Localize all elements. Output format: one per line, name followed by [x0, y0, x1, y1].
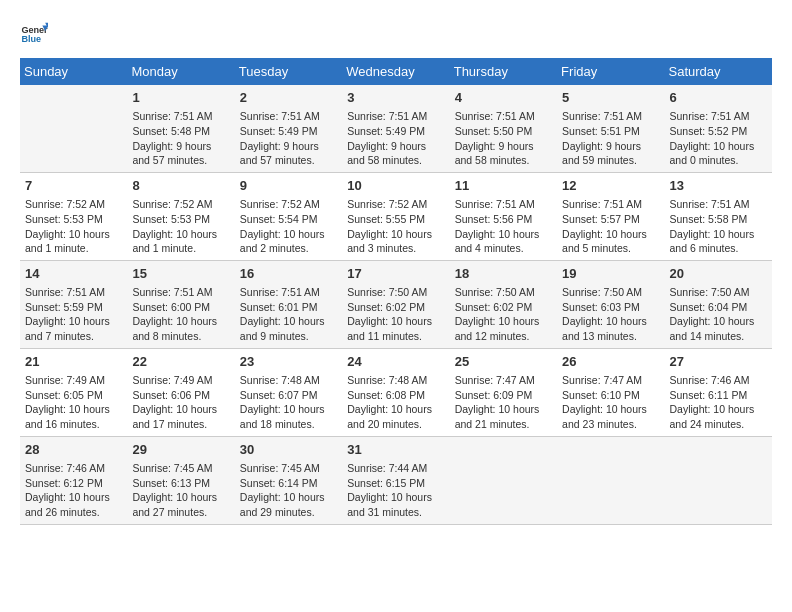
day-info: Sunrise: 7:49 AM Sunset: 6:06 PM Dayligh…: [132, 373, 229, 432]
header-cell-sunday: Sunday: [20, 58, 127, 85]
header-cell-wednesday: Wednesday: [342, 58, 449, 85]
day-cell: 30Sunrise: 7:45 AM Sunset: 6:14 PM Dayli…: [235, 436, 342, 524]
day-number: 25: [455, 353, 552, 371]
header-cell-monday: Monday: [127, 58, 234, 85]
day-cell: 24Sunrise: 7:48 AM Sunset: 6:08 PM Dayli…: [342, 348, 449, 436]
day-number: 8: [132, 177, 229, 195]
week-row-4: 28Sunrise: 7:46 AM Sunset: 6:12 PM Dayli…: [20, 436, 772, 524]
day-info: Sunrise: 7:45 AM Sunset: 6:13 PM Dayligh…: [132, 461, 229, 520]
day-cell: 19Sunrise: 7:50 AM Sunset: 6:03 PM Dayli…: [557, 260, 664, 348]
day-info: Sunrise: 7:47 AM Sunset: 6:10 PM Dayligh…: [562, 373, 659, 432]
day-info: Sunrise: 7:51 AM Sunset: 5:49 PM Dayligh…: [240, 109, 337, 168]
day-cell: 13Sunrise: 7:51 AM Sunset: 5:58 PM Dayli…: [665, 172, 772, 260]
day-cell: 22Sunrise: 7:49 AM Sunset: 6:06 PM Dayli…: [127, 348, 234, 436]
day-cell: 17Sunrise: 7:50 AM Sunset: 6:02 PM Dayli…: [342, 260, 449, 348]
day-number: 2: [240, 89, 337, 107]
day-cell: 18Sunrise: 7:50 AM Sunset: 6:02 PM Dayli…: [450, 260, 557, 348]
day-cell: [450, 436, 557, 524]
day-cell: 6Sunrise: 7:51 AM Sunset: 5:52 PM Daylig…: [665, 85, 772, 172]
day-cell: 11Sunrise: 7:51 AM Sunset: 5:56 PM Dayli…: [450, 172, 557, 260]
day-info: Sunrise: 7:51 AM Sunset: 5:59 PM Dayligh…: [25, 285, 122, 344]
day-number: 30: [240, 441, 337, 459]
header-cell-friday: Friday: [557, 58, 664, 85]
day-info: Sunrise: 7:47 AM Sunset: 6:09 PM Dayligh…: [455, 373, 552, 432]
day-info: Sunrise: 7:46 AM Sunset: 6:11 PM Dayligh…: [670, 373, 767, 432]
day-number: 4: [455, 89, 552, 107]
day-cell: 28Sunrise: 7:46 AM Sunset: 6:12 PM Dayli…: [20, 436, 127, 524]
day-info: Sunrise: 7:51 AM Sunset: 5:58 PM Dayligh…: [670, 197, 767, 256]
header-cell-thursday: Thursday: [450, 58, 557, 85]
day-cell: 2Sunrise: 7:51 AM Sunset: 5:49 PM Daylig…: [235, 85, 342, 172]
day-info: Sunrise: 7:44 AM Sunset: 6:15 PM Dayligh…: [347, 461, 444, 520]
day-number: 6: [670, 89, 767, 107]
svg-text:Blue: Blue: [21, 34, 41, 44]
day-cell: 29Sunrise: 7:45 AM Sunset: 6:13 PM Dayli…: [127, 436, 234, 524]
day-number: 16: [240, 265, 337, 283]
day-info: Sunrise: 7:52 AM Sunset: 5:54 PM Dayligh…: [240, 197, 337, 256]
day-cell: 26Sunrise: 7:47 AM Sunset: 6:10 PM Dayli…: [557, 348, 664, 436]
day-number: 31: [347, 441, 444, 459]
day-cell: 5Sunrise: 7:51 AM Sunset: 5:51 PM Daylig…: [557, 85, 664, 172]
day-number: 26: [562, 353, 659, 371]
day-cell: 16Sunrise: 7:51 AM Sunset: 6:01 PM Dayli…: [235, 260, 342, 348]
day-number: 18: [455, 265, 552, 283]
day-number: 22: [132, 353, 229, 371]
day-info: Sunrise: 7:45 AM Sunset: 6:14 PM Dayligh…: [240, 461, 337, 520]
day-number: 3: [347, 89, 444, 107]
day-info: Sunrise: 7:52 AM Sunset: 5:53 PM Dayligh…: [25, 197, 122, 256]
day-cell: 23Sunrise: 7:48 AM Sunset: 6:07 PM Dayli…: [235, 348, 342, 436]
day-info: Sunrise: 7:50 AM Sunset: 6:02 PM Dayligh…: [347, 285, 444, 344]
day-info: Sunrise: 7:51 AM Sunset: 5:57 PM Dayligh…: [562, 197, 659, 256]
day-cell: 12Sunrise: 7:51 AM Sunset: 5:57 PM Dayli…: [557, 172, 664, 260]
day-info: Sunrise: 7:51 AM Sunset: 6:01 PM Dayligh…: [240, 285, 337, 344]
week-row-1: 7Sunrise: 7:52 AM Sunset: 5:53 PM Daylig…: [20, 172, 772, 260]
day-info: Sunrise: 7:52 AM Sunset: 5:55 PM Dayligh…: [347, 197, 444, 256]
day-number: 14: [25, 265, 122, 283]
day-info: Sunrise: 7:51 AM Sunset: 5:56 PM Dayligh…: [455, 197, 552, 256]
day-info: Sunrise: 7:51 AM Sunset: 6:00 PM Dayligh…: [132, 285, 229, 344]
day-info: Sunrise: 7:50 AM Sunset: 6:02 PM Dayligh…: [455, 285, 552, 344]
day-info: Sunrise: 7:52 AM Sunset: 5:53 PM Dayligh…: [132, 197, 229, 256]
day-info: Sunrise: 7:48 AM Sunset: 6:08 PM Dayligh…: [347, 373, 444, 432]
day-cell: 4Sunrise: 7:51 AM Sunset: 5:50 PM Daylig…: [450, 85, 557, 172]
page-header: General Blue: [20, 20, 772, 48]
day-number: 20: [670, 265, 767, 283]
day-cell: 8Sunrise: 7:52 AM Sunset: 5:53 PM Daylig…: [127, 172, 234, 260]
day-info: Sunrise: 7:51 AM Sunset: 5:50 PM Dayligh…: [455, 109, 552, 168]
day-cell: 15Sunrise: 7:51 AM Sunset: 6:00 PM Dayli…: [127, 260, 234, 348]
day-cell: 27Sunrise: 7:46 AM Sunset: 6:11 PM Dayli…: [665, 348, 772, 436]
day-info: Sunrise: 7:46 AM Sunset: 6:12 PM Dayligh…: [25, 461, 122, 520]
header-cell-saturday: Saturday: [665, 58, 772, 85]
day-cell: 7Sunrise: 7:52 AM Sunset: 5:53 PM Daylig…: [20, 172, 127, 260]
logo-icon: General Blue: [20, 20, 48, 48]
day-cell: 9Sunrise: 7:52 AM Sunset: 5:54 PM Daylig…: [235, 172, 342, 260]
day-number: 5: [562, 89, 659, 107]
day-cell: 14Sunrise: 7:51 AM Sunset: 5:59 PM Dayli…: [20, 260, 127, 348]
logo: General Blue: [20, 20, 42, 48]
week-row-3: 21Sunrise: 7:49 AM Sunset: 6:05 PM Dayli…: [20, 348, 772, 436]
week-row-2: 14Sunrise: 7:51 AM Sunset: 5:59 PM Dayli…: [20, 260, 772, 348]
day-number: 12: [562, 177, 659, 195]
day-cell: 21Sunrise: 7:49 AM Sunset: 6:05 PM Dayli…: [20, 348, 127, 436]
day-cell: 10Sunrise: 7:52 AM Sunset: 5:55 PM Dayli…: [342, 172, 449, 260]
calendar-body: 1Sunrise: 7:51 AM Sunset: 5:48 PM Daylig…: [20, 85, 772, 524]
day-number: 17: [347, 265, 444, 283]
day-info: Sunrise: 7:48 AM Sunset: 6:07 PM Dayligh…: [240, 373, 337, 432]
day-info: Sunrise: 7:51 AM Sunset: 5:52 PM Dayligh…: [670, 109, 767, 168]
day-cell: 31Sunrise: 7:44 AM Sunset: 6:15 PM Dayli…: [342, 436, 449, 524]
header-row: SundayMondayTuesdayWednesdayThursdayFrid…: [20, 58, 772, 85]
day-cell: 20Sunrise: 7:50 AM Sunset: 6:04 PM Dayli…: [665, 260, 772, 348]
calendar-header: SundayMondayTuesdayWednesdayThursdayFrid…: [20, 58, 772, 85]
day-info: Sunrise: 7:50 AM Sunset: 6:04 PM Dayligh…: [670, 285, 767, 344]
day-number: 28: [25, 441, 122, 459]
day-number: 1: [132, 89, 229, 107]
day-number: 21: [25, 353, 122, 371]
day-number: 10: [347, 177, 444, 195]
day-cell: [557, 436, 664, 524]
day-number: 7: [25, 177, 122, 195]
day-cell: [20, 85, 127, 172]
day-cell: 3Sunrise: 7:51 AM Sunset: 5:49 PM Daylig…: [342, 85, 449, 172]
calendar-table: SundayMondayTuesdayWednesdayThursdayFrid…: [20, 58, 772, 525]
week-row-0: 1Sunrise: 7:51 AM Sunset: 5:48 PM Daylig…: [20, 85, 772, 172]
day-number: 24: [347, 353, 444, 371]
